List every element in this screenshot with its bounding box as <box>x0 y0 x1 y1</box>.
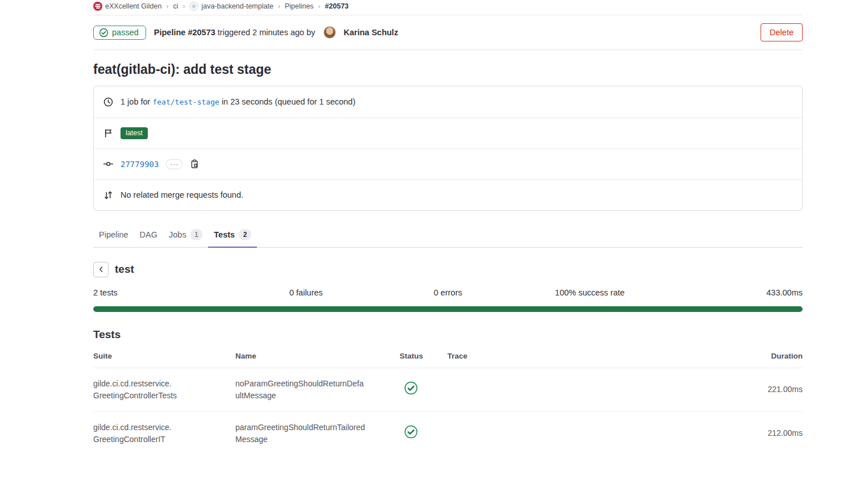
test-name-cell: paramGreetingShouldReturnTailored Messag… <box>235 411 400 455</box>
job-summary-text: 1 job for feat/test-stage in 23 seconds … <box>121 97 355 106</box>
user-name-link[interactable]: Karina Schulz <box>344 28 398 37</box>
test-name-cell: noParamGreetingShouldReturnDefa ultMessa… <box>235 368 400 411</box>
jobs-count-badge: 1 <box>190 229 203 240</box>
latest-badge-row: latest <box>94 118 802 149</box>
commit-row: 27779903 ··· <box>94 148 802 180</box>
test-name-text: ultMessage <box>235 390 391 402</box>
column-header-trace: Trace <box>447 343 635 368</box>
back-to-summary-button[interactable] <box>93 262 109 277</box>
page-container: eXXcellent Gilden › ci › java-backend-te… <box>93 0 803 455</box>
breadcrumb-project-link[interactable]: java-backend-template <box>189 2 273 11</box>
job-count-text: 1 job for <box>121 97 150 106</box>
breadcrumb-separator: › <box>166 2 168 10</box>
stat-total-tests: 2 tests <box>93 288 235 297</box>
commit-icon <box>103 159 113 169</box>
pipeline-tabs: Pipeline DAG Jobs 1 Tests 2 <box>93 223 803 248</box>
test-status-cell <box>400 411 447 455</box>
breadcrumb-subgroup-label: ci <box>173 2 178 10</box>
check-circle-icon <box>99 28 109 38</box>
breadcrumb-separator: › <box>318 2 321 10</box>
pipeline-info-box: 1 job for feat/test-stage in 23 seconds … <box>93 86 803 211</box>
job-duration-text: in 23 seconds (queued for 1 second) <box>222 97 355 106</box>
test-trace-cell <box>447 368 635 411</box>
suite-text: GreetingControllerTests <box>93 390 226 402</box>
test-status-cell <box>400 368 447 411</box>
test-suite-title: test <box>115 263 134 276</box>
success-progress-fill <box>93 306 803 312</box>
test-name-text: noParamGreetingShouldReturnDefa <box>235 378 391 390</box>
breadcrumb-separator: › <box>182 2 185 10</box>
commit-title: feat(gitlab-ci): add test stage <box>93 62 803 77</box>
breadcrumb-pipelines-label: Pipelines <box>285 2 314 10</box>
suite-text: gilde.ci.cd.restservice. <box>93 378 226 390</box>
test-suite-header: test <box>93 262 803 277</box>
pipeline-header: passed Pipeline #20573 triggered 2 minut… <box>93 15 803 49</box>
divider <box>93 49 803 50</box>
table-row: gilde.ci.cd.restservice. GreetingControl… <box>93 411 803 455</box>
tab-jobs-label: Jobs <box>169 230 186 239</box>
breadcrumb-separator: › <box>278 2 280 10</box>
delete-pipeline-button[interactable]: Delete <box>761 23 803 41</box>
tests-table-header-row: Suite Name Status Trace Duration <box>93 343 803 368</box>
commit-sha-link[interactable]: 27779903 <box>121 160 159 169</box>
suite-text: GreetingControllerIT <box>93 434 226 445</box>
stat-errors: 0 errors <box>377 288 519 297</box>
latest-badge: latest <box>121 127 148 140</box>
stat-failures: 0 failures <box>235 288 377 297</box>
branch-link[interactable]: feat/test-stage <box>152 98 219 106</box>
test-name-text: Message <box>235 434 391 445</box>
tab-jobs[interactable]: Jobs 1 <box>163 223 208 248</box>
breadcrumb-pipelines-link[interactable]: Pipelines <box>285 2 314 10</box>
job-summary-row: 1 job for feat/test-stage in 23 seconds … <box>94 86 802 118</box>
test-name-text: paramGreetingShouldReturnTailored <box>235 422 391 434</box>
test-trace-cell <box>447 411 635 455</box>
tab-pipeline-label: Pipeline <box>99 230 128 239</box>
breadcrumb-group-label: eXXcellent Gilden <box>105 2 161 10</box>
copy-to-clipboard-icon <box>190 159 200 169</box>
project-avatar-icon <box>189 2 198 11</box>
tests-heading: Tests <box>93 328 803 341</box>
column-header-name: Name <box>235 343 400 368</box>
copy-commit-sha-button[interactable] <box>190 159 200 169</box>
column-header-suite: Suite <box>93 343 235 368</box>
tests-table: Suite Name Status Trace Duration gilde.c… <box>93 343 803 455</box>
user-avatar[interactable] <box>323 26 336 39</box>
pipeline-status-label: passed <box>112 28 139 37</box>
test-suite-cell: gilde.ci.cd.restservice. GreetingControl… <box>93 411 235 455</box>
column-header-status: Status <box>400 343 447 368</box>
stat-duration: 433.00ms <box>661 288 803 297</box>
tab-dag-label: DAG <box>140 230 157 239</box>
check-circle-icon <box>404 425 418 439</box>
test-suite-stats: 2 tests 0 failures 0 errors 100% success… <box>93 288 803 297</box>
table-row: gilde.ci.cd.restservice. GreetingControl… <box>93 368 803 411</box>
no-merge-requests-text: No related merge requests found. <box>121 190 243 199</box>
tab-pipeline[interactable]: Pipeline <box>93 223 134 248</box>
test-duration-cell: 212.00ms <box>635 411 803 455</box>
group-avatar-icon <box>93 2 102 11</box>
merge-request-icon <box>103 190 113 200</box>
chevron-left-icon <box>97 265 105 273</box>
check-circle-icon <box>404 381 418 395</box>
flag-icon <box>103 128 113 138</box>
merge-requests-row: No related merge requests found. <box>94 180 802 211</box>
tab-tests-label: Tests <box>214 230 235 239</box>
breadcrumb-group-link[interactable]: eXXcellent Gilden <box>93 2 161 11</box>
test-duration-cell: 221.00ms <box>635 368 803 411</box>
triggered-text: triggered 2 minutes ago by <box>218 28 315 37</box>
suite-text: gilde.ci.cd.restservice. <box>93 422 226 434</box>
success-progress-track <box>93 306 803 312</box>
column-header-duration: Duration <box>635 343 803 368</box>
expand-commit-message-button[interactable]: ··· <box>166 159 182 169</box>
pipeline-triggered-text: Pipeline #20573 triggered 2 minutes ago … <box>154 28 315 37</box>
breadcrumb-project-label: java-backend-template <box>201 2 273 10</box>
tab-dag[interactable]: DAG <box>134 223 163 248</box>
pipeline-status-badge[interactable]: passed <box>93 26 146 40</box>
tab-tests[interactable]: Tests 2 <box>208 223 257 248</box>
tests-count-badge: 2 <box>239 229 251 240</box>
clock-icon <box>103 97 113 107</box>
breadcrumb: eXXcellent Gilden › ci › java-backend-te… <box>93 0 803 15</box>
breadcrumb-subgroup-link[interactable]: ci <box>173 2 178 10</box>
test-suite-cell: gilde.ci.cd.restservice. GreetingControl… <box>93 368 235 411</box>
pipeline-id-label: Pipeline #20573 <box>154 28 215 37</box>
breadcrumb-current-pipeline: #20573 <box>325 2 349 10</box>
